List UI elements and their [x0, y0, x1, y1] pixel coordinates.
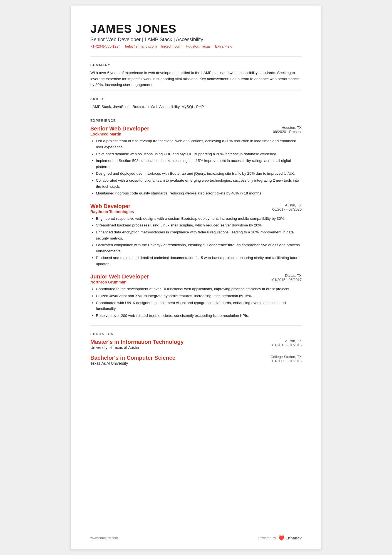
- summary-body: With over 6 years of experience in web d…: [90, 70, 302, 88]
- enhancv-brand-name: Enhancv: [286, 536, 302, 540]
- edu-2-header: Bachelor's in Computer Science Texas A&M…: [90, 355, 302, 366]
- resume-page: JAMES JONES Senior Web Developer | LAMP …: [71, 6, 321, 549]
- job-1-header: Senior Web Developer Lockheed Martin Hou…: [90, 125, 302, 136]
- edu-2: Bachelor's in Computer Science Texas A&M…: [90, 355, 302, 366]
- job-2-date: 06/2017 - 07/2020: [272, 207, 302, 211]
- edu-1-location: Austin, TX: [285, 339, 302, 343]
- contact-location: Houston, Texas: [186, 44, 210, 48]
- contact-linkedin: linkedin.com: [161, 44, 181, 48]
- list-item: Utilized JavaScript and XML to integrate…: [96, 293, 302, 299]
- job-1-meta-left: Senior Web Developer Lockheed Martin: [90, 125, 263, 136]
- edu-2-degree: Bachelor's in Computer Science: [90, 355, 175, 361]
- list-item: Led a project team of 5 to revamp transa…: [96, 138, 302, 150]
- job-3-date: 01/2015 - 05/2017: [272, 278, 302, 282]
- list-item: Streamlined backend processes using Linu…: [96, 222, 302, 228]
- education-divider: [90, 325, 302, 325]
- job-1-title: Senior Web Developer: [90, 125, 263, 132]
- job-3-title: Junior Web Developer: [90, 273, 263, 280]
- job-1-date: 08/2020 - Present: [273, 130, 302, 134]
- job-3-company: Northrop Grumman: [90, 280, 263, 284]
- contact-phone: +1-(234)-555-1234: [90, 44, 121, 48]
- list-item: Resolved over 200 web-related trouble ti…: [96, 313, 302, 319]
- summary-title: SUMMARY: [90, 63, 302, 67]
- candidate-name: JAMES JONES: [90, 22, 302, 36]
- edu-1-degree: Master's in Information Technology: [90, 339, 184, 345]
- edu-1-date: 01/2013 - 01/2015: [272, 343, 302, 347]
- edu-1-school: University of Texas at Austin: [90, 345, 184, 350]
- list-item: Implemented Section 508 compliance check…: [96, 158, 302, 170]
- job-3-location: Dallas, TX: [285, 273, 302, 278]
- education-title: EDUCATION: [90, 332, 302, 336]
- list-item: Developed dynamic web solutions using PH…: [96, 151, 302, 157]
- job-2-meta-left: Web Developer Raytheon Technologies: [90, 203, 263, 214]
- list-item: Designed and deployed user interfaces wi…: [96, 171, 302, 177]
- job-2-title: Web Developer: [90, 203, 263, 209]
- list-item: Maintained rigorous code quality standar…: [96, 190, 302, 196]
- enhancv-logo-icon: ❤️: [278, 535, 284, 541]
- footer-brand: Powered by ❤️ Enhancv: [258, 535, 302, 541]
- job-3: Junior Web Developer Northrop Grumman Da…: [90, 273, 302, 319]
- edu-2-meta-right: College Station, TX 01/2009 - 01/2013: [257, 355, 302, 363]
- experience-title: EXPERIENCE: [90, 119, 302, 123]
- list-item: Enhanced data encryption methodologies i…: [96, 229, 302, 241]
- list-item: Coordinated with UI/UX designers to impl…: [96, 300, 302, 312]
- job-3-bullets: Contributed to the development of over 1…: [90, 286, 302, 319]
- summary-divider: [90, 56, 302, 56]
- job-3-header: Junior Web Developer Northrop Grumman Da…: [90, 273, 302, 284]
- page-footer: www.enhancv.com Powered by ❤️ Enhancv: [90, 535, 302, 541]
- edu-2-location: College Station, TX: [271, 355, 302, 359]
- job-2-location: Austin, TX: [285, 203, 302, 207]
- list-item: Contributed to the development of over 1…: [96, 286, 302, 292]
- edu-2-school: Texas A&M University: [90, 361, 175, 366]
- candidate-title: Senior Web Developer | LAMP Stack | Acce…: [90, 37, 302, 43]
- footer-website: www.enhancv.com: [90, 536, 118, 540]
- powered-by-label: Powered by: [258, 536, 276, 540]
- list-item: Collaborated with a cross-functional tea…: [96, 177, 302, 189]
- job-1-meta-right: Houston, TX 08/2020 - Present: [263, 125, 302, 134]
- job-1: Senior Web Developer Lockheed Martin Hou…: [90, 125, 302, 196]
- list-item: Facilitated compliance with the Privacy …: [96, 242, 302, 254]
- header: JAMES JONES Senior Web Developer | LAMP …: [90, 22, 302, 48]
- edu-1-meta-left: Master's in Information Technology Unive…: [90, 339, 184, 350]
- contact-extra: Extra Field: [215, 44, 232, 48]
- edu-1-meta-right: Austin, TX 01/2013 - 01/2015: [257, 339, 302, 347]
- list-item: Engineered responsive web designs with a…: [96, 216, 302, 222]
- contact-line: +1-(234)-555-1234 help@enhancv.com linke…: [90, 44, 302, 48]
- job-1-bullets: Led a project team of 5 to revamp transa…: [90, 138, 302, 196]
- job-1-location: Houston, TX: [282, 125, 302, 130]
- edu-1-header: Master's in Information Technology Unive…: [90, 339, 302, 350]
- skills-title: SKILLS: [90, 97, 302, 101]
- job-1-company: Lockheed Martin: [90, 132, 263, 136]
- job-3-meta-right: Dallas, TX 01/2015 - 05/2017: [263, 273, 302, 282]
- experience-divider: [90, 112, 302, 112]
- skills-divider: [90, 90, 302, 90]
- job-2: Web Developer Raytheon Technologies Aust…: [90, 203, 302, 267]
- job-2-bullets: Engineered responsive web designs with a…: [90, 216, 302, 267]
- edu-1: Master's in Information Technology Unive…: [90, 339, 302, 350]
- job-2-meta-right: Austin, TX 06/2017 - 07/2020: [263, 203, 302, 211]
- contact-email: help@enhancv.com: [125, 44, 157, 48]
- job-2-company: Raytheon Technologies: [90, 209, 263, 214]
- enhancv-logo: ❤️ Enhancv: [278, 535, 302, 541]
- edu-2-date: 01/2009 - 01/2013: [272, 359, 302, 363]
- edu-2-meta-left: Bachelor's in Computer Science Texas A&M…: [90, 355, 175, 366]
- list-item: Produced and maintained detailed technic…: [96, 255, 302, 267]
- job-2-header: Web Developer Raytheon Technologies Aust…: [90, 203, 302, 214]
- skills-body: LAMP Stack, JavaScript, Bootstrap, Web A…: [90, 104, 302, 110]
- job-3-meta-left: Junior Web Developer Northrop Grumman: [90, 273, 263, 284]
